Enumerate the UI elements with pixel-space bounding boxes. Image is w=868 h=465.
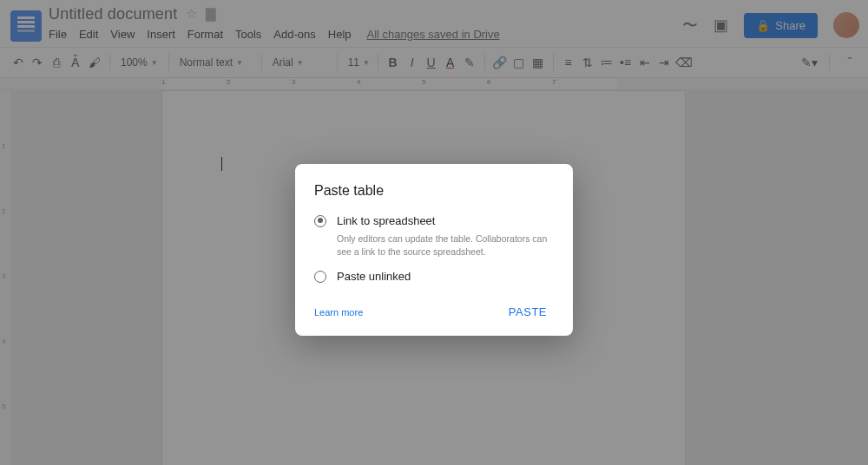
paste-button[interactable]: PASTE (502, 302, 554, 322)
paste-table-dialog: Paste table Link to spreadsheet Only edi… (295, 164, 573, 336)
radio-icon[interactable] (314, 271, 326, 283)
option-description: Only editors can update the table. Colla… (337, 232, 554, 258)
modal-overlay: Paste table Link to spreadsheet Only edi… (0, 0, 868, 465)
learn-more-link[interactable]: Learn more (314, 307, 363, 318)
radio-icon[interactable] (314, 215, 326, 227)
option-label: Link to spreadsheet (337, 214, 435, 227)
option-label: Paste unlinked (337, 270, 411, 283)
option-link-spreadsheet[interactable]: Link to spreadsheet (314, 214, 554, 227)
dialog-title: Paste table (314, 183, 554, 199)
option-paste-unlinked[interactable]: Paste unlinked (314, 270, 554, 283)
